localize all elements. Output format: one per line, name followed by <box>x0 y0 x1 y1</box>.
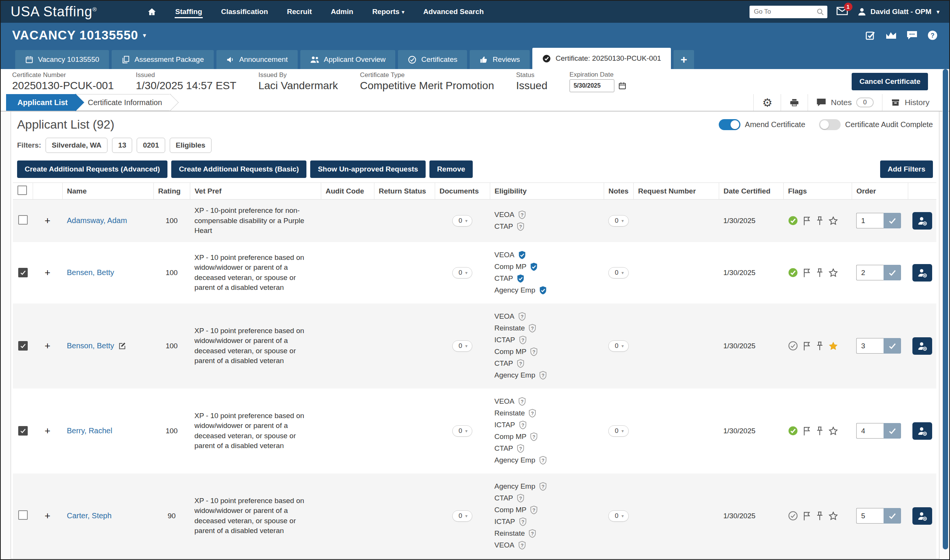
flag-icon[interactable] <box>802 511 811 521</box>
nav-item-reports[interactable]: Reports▾ <box>371 5 405 18</box>
applicant-name-link[interactable]: Bensen, Betty <box>67 268 114 277</box>
tab-certificate-20250130-pcuk-001[interactable]: Certificate: 20250130-PCUK-001 <box>532 48 671 69</box>
applicant-record-button[interactable] <box>912 212 932 230</box>
nav-item-staffing[interactable]: Staffing <box>175 5 203 18</box>
row-expander[interactable]: + <box>44 510 50 521</box>
tab-assessment-package[interactable]: Assessment Package <box>112 50 214 69</box>
tab-announcement[interactable]: Announcement <box>216 50 298 69</box>
tab-reviews[interactable]: Reviews <box>470 50 530 69</box>
order-input[interactable] <box>856 338 884 354</box>
documents-dropdown[interactable]: 0▾ <box>452 340 473 352</box>
documents-dropdown[interactable]: 0▾ <box>452 215 473 227</box>
star-gold-icon[interactable] <box>828 341 838 351</box>
notes-dropdown[interactable]: 0▾ <box>608 340 629 352</box>
crumb-certificate-information[interactable]: Certificate Information <box>76 94 171 111</box>
applicant-name-link[interactable]: Benson, Betty <box>67 341 126 350</box>
nav-item-advanced-search[interactable]: Advanced Search <box>423 5 484 18</box>
new-tab-button[interactable]: + <box>674 50 694 69</box>
row-expander[interactable]: + <box>44 340 50 351</box>
applicant-record-button[interactable] <box>912 264 932 282</box>
crumb-applicant-list[interactable]: Applicant List <box>6 94 76 111</box>
row-checkbox[interactable] <box>18 341 28 351</box>
select-all-checkbox[interactable] <box>17 186 27 195</box>
notes-dropdown[interactable]: 0▾ <box>608 267 629 278</box>
row-checkbox[interactable] <box>18 215 28 225</box>
star-icon[interactable] <box>828 511 838 521</box>
documents-dropdown[interactable]: 0▾ <box>452 267 473 278</box>
settings-button[interactable]: ⚙ <box>753 94 781 111</box>
filter-pill-silverdale-wa[interactable]: Silverdale, WA <box>46 138 107 153</box>
expiration-date-input[interactable] <box>570 79 614 92</box>
order-input[interactable] <box>856 508 884 524</box>
scrollbar-thumb[interactable] <box>943 69 948 549</box>
order-confirm-button[interactable] <box>884 423 901 439</box>
notes-button[interactable]: Notes 0 <box>808 94 882 111</box>
cancel-certificate-button[interactable]: Cancel Certificate <box>852 73 928 90</box>
nav-item-classification[interactable]: Classification <box>220 5 269 18</box>
tab-vacancy-10135550[interactable]: Vacancy 10135550 <box>15 50 109 69</box>
filter-pill-eligibles[interactable]: Eligibles <box>170 138 211 153</box>
notes-dropdown[interactable]: 0▾ <box>608 425 629 437</box>
certificate-audit-toggle[interactable] <box>819 119 841 130</box>
notes-dropdown[interactable]: 0▾ <box>608 510 629 522</box>
mail-button[interactable]: 1 <box>836 6 848 17</box>
flag-icon[interactable] <box>802 216 811 226</box>
filter-pill-0201[interactable]: 0201 <box>137 138 165 153</box>
order-input[interactable] <box>856 265 884 280</box>
star-icon[interactable] <box>828 216 838 226</box>
applicant-record-button[interactable] <box>912 337 932 355</box>
amend-certificate-toggle[interactable] <box>719 119 740 130</box>
row-checkbox[interactable] <box>18 426 28 436</box>
notes-dropdown[interactable]: 0▾ <box>608 215 629 227</box>
order-input[interactable] <box>856 213 884 228</box>
documents-dropdown[interactable]: 0▾ <box>452 510 473 522</box>
row-expander[interactable]: + <box>44 267 50 278</box>
nav-item-admin[interactable]: Admin <box>330 5 354 18</box>
pin-icon[interactable] <box>816 268 824 278</box>
row-expander[interactable]: + <box>44 215 50 226</box>
tab-certificates[interactable]: Certificates <box>398 50 467 69</box>
show-un-approved-requests-button[interactable]: Show Un-approved Requests <box>310 160 426 178</box>
order-confirm-button[interactable] <box>884 265 901 280</box>
applicant-name-link[interactable]: Carter, Steph <box>67 511 112 520</box>
filter-pill-13[interactable]: 13 <box>112 138 132 153</box>
pin-icon[interactable] <box>816 426 824 436</box>
tab-applicant-overview[interactable]: Applicant Overview <box>300 50 396 69</box>
star-icon[interactable] <box>828 268 838 278</box>
home-button[interactable] <box>147 5 157 19</box>
goto-search-input[interactable] <box>750 6 827 18</box>
applicant-record-button[interactable] <box>912 422 932 440</box>
pin-icon[interactable] <box>816 341 824 351</box>
create-additional-requests-advanced-button[interactable]: Create Additional Requests (Advanced) <box>17 160 167 178</box>
comments-icon[interactable] <box>907 30 917 40</box>
star-icon[interactable] <box>828 426 838 436</box>
vertical-scrollbar[interactable] <box>942 69 948 549</box>
chart-icon[interactable] <box>885 30 897 40</box>
print-button[interactable] <box>781 94 808 111</box>
order-input[interactable] <box>856 423 884 439</box>
applicant-record-button[interactable] <box>912 507 932 525</box>
pin-icon[interactable] <box>816 216 824 226</box>
vacancy-title[interactable]: VACANCY 10135550 ▾ <box>12 28 147 42</box>
history-button[interactable]: History <box>882 94 938 111</box>
remove-button[interactable]: Remove <box>429 160 473 178</box>
search-icon[interactable] <box>816 8 824 16</box>
help-icon[interactable]: ? <box>927 30 938 41</box>
add-filters-button[interactable]: Add Filters <box>880 160 933 178</box>
pin-icon[interactable] <box>816 511 824 521</box>
flag-icon[interactable] <box>802 341 811 351</box>
applicant-name-link[interactable]: Berry, Rachel <box>67 426 112 435</box>
flag-icon[interactable] <box>802 426 811 436</box>
create-additional-requests-basic-button[interactable]: Create Additional Requests (Basic) <box>171 160 306 178</box>
flag-icon[interactable] <box>802 268 811 278</box>
order-confirm-button[interactable] <box>884 213 901 228</box>
nav-item-recruit[interactable]: Recruit <box>286 5 312 18</box>
row-checkbox[interactable] <box>18 268 28 277</box>
documents-dropdown[interactable]: 0▾ <box>452 425 473 437</box>
task-check-icon[interactable] <box>865 30 876 41</box>
order-confirm-button[interactable] <box>884 508 901 524</box>
row-expander[interactable]: + <box>44 425 50 436</box>
order-confirm-button[interactable] <box>884 338 901 354</box>
row-checkbox[interactable] <box>18 510 28 520</box>
user-menu[interactable]: David Glatt - OPM ▾ <box>857 7 940 17</box>
